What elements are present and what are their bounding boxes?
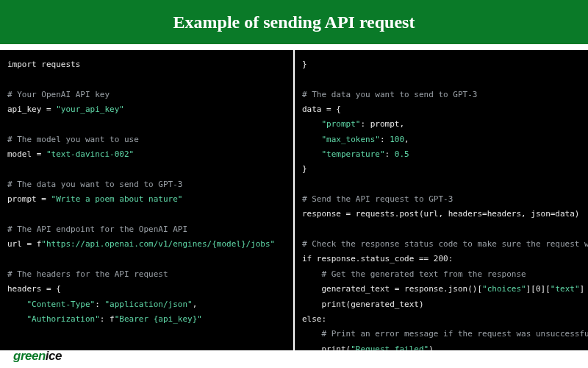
code-line: prompt = — [7, 194, 51, 204]
code-number: 0.5 — [395, 149, 409, 159]
code-comment: # The model you want to use — [7, 135, 139, 144]
code-string: "Write a poem about nature" — [51, 194, 183, 204]
code-string: "temperature" — [302, 149, 385, 159]
page-title: Example of sending API request — [173, 13, 415, 32]
code-comment: # Print an error message if the request … — [302, 329, 588, 339]
code-line: response = requests.post(url, headers=he… — [302, 209, 580, 219]
code-line: print( — [302, 344, 351, 350]
code-line: print(generated_text) — [302, 300, 424, 309]
code-line: else: — [302, 314, 326, 324]
code-line: ] — [580, 284, 585, 294]
brand-logo-part-black: ice — [46, 349, 62, 363]
code-line: data = { — [302, 105, 341, 114]
code-comment: # Send the API request to GPT-3 — [302, 194, 453, 204]
code-string: "https://api.openai.com/v1/engines/{mode… — [41, 239, 275, 249]
code-line: , — [404, 135, 409, 144]
code-string: "text" — [551, 284, 580, 294]
code-column-right: } # The data you want to send to GPT-3 d… — [294, 50, 588, 350]
brand-logo-part-green: green — [13, 349, 46, 363]
code-line: model = — [7, 149, 46, 159]
code-string: "text-davinci-002" — [46, 149, 134, 159]
code-line: ) — [429, 344, 434, 350]
code-line: : f — [100, 314, 115, 324]
code-string: "Content-Type" — [7, 300, 95, 309]
code-line: generated_text = response.json()[ — [302, 284, 482, 294]
code-comment: # The data you want to send to GPT-3 — [302, 90, 477, 99]
code-line: api_key = — [7, 105, 56, 114]
code-line: } — [302, 60, 307, 69]
code-string: "Request failed" — [351, 344, 429, 350]
code-column-left: import requests # Your OpenAI API key ap… — [0, 50, 294, 350]
code-string: "choices" — [482, 284, 526, 294]
header-bar: Example of sending API request — [0, 0, 588, 44]
code-line: : — [95, 300, 104, 309]
code-comment: # The API endpoint for the OpenAI API — [7, 224, 187, 234]
code-comment: # Your OpenAI API key — [7, 90, 110, 99]
code-line: } — [302, 164, 307, 174]
code-string: "application/json" — [104, 300, 192, 309]
code-comment: # Get the generated text from the respon… — [302, 269, 526, 279]
code-line: : prompt, — [360, 119, 404, 129]
code-comment: # The headers for the API request — [7, 269, 168, 279]
code-line: : — [380, 135, 390, 144]
code-line: import requests — [7, 60, 80, 69]
code-line: : — [385, 149, 395, 159]
code-string: "prompt" — [302, 119, 360, 129]
code-line: , — [193, 300, 198, 309]
code-number: 100 — [390, 135, 404, 144]
code-line: ][0][ — [526, 284, 551, 294]
code-comment: # The data you want to send to GPT-3 — [7, 180, 182, 189]
brand-logo: greenice — [13, 349, 62, 364]
code-string: "Bearer {api_key}" — [115, 314, 202, 324]
code-string: "your_api_key" — [56, 105, 124, 114]
code-line: if response.status_code == 200: — [302, 254, 453, 263]
code-line: url = f — [7, 239, 41, 249]
code-string: "max_tokens" — [302, 135, 380, 144]
code-string: "Authorization" — [7, 314, 100, 324]
code-line: headers = { — [7, 284, 61, 294]
code-area: import requests # Your OpenAI API key ap… — [0, 50, 588, 350]
code-comment: # Check the response status code to make… — [302, 239, 588, 249]
